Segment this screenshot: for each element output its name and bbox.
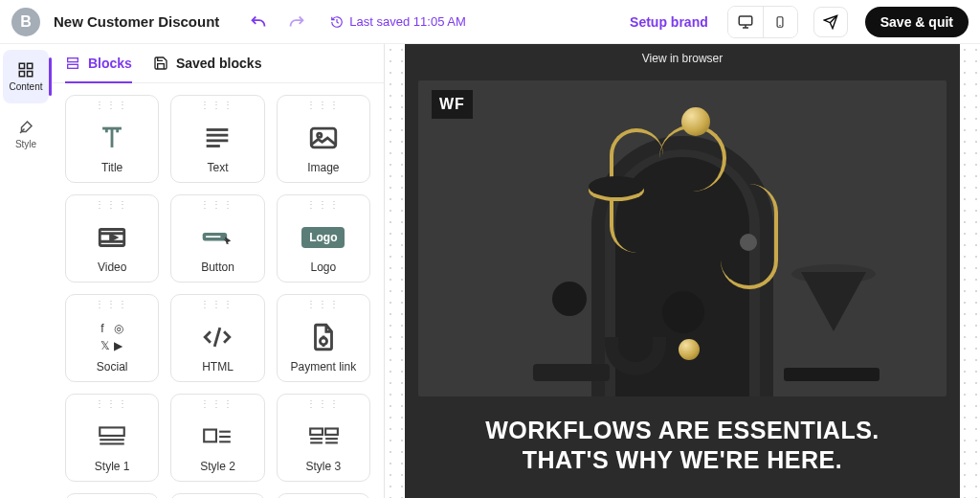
view-in-browser-link[interactable]: View in browser <box>405 44 960 73</box>
tab-saved-blocks-label: Saved blocks <box>176 56 262 71</box>
svg-rect-5 <box>19 63 24 68</box>
youtube-icon: ▶ <box>114 339 123 352</box>
left-rail: Content Style <box>0 44 52 498</box>
rail-content-label: Content <box>9 81 42 92</box>
brand-logo: WF <box>432 90 473 119</box>
email-headline[interactable]: WORKFLOWS ARE ESSENTIALS. THAT'S WHY WE'… <box>405 396 960 476</box>
block-label: Video <box>98 260 126 282</box>
mobile-preview-button[interactable] <box>763 7 797 37</box>
svg-line-21 <box>215 328 221 347</box>
block-logo[interactable]: ⋮⋮⋮ Logo Logo <box>277 194 370 283</box>
block-label: Title <box>101 161 122 182</box>
svg-rect-8 <box>28 72 33 77</box>
block-image[interactable]: ⋮⋮⋮ Image <box>277 95 370 183</box>
last-saved-text: Last saved 11:05 AM <box>349 14 465 29</box>
blocks-icon <box>65 56 80 71</box>
block-title[interactable]: ⋮⋮⋮ Title <box>65 95 159 183</box>
twitter-icon: 𝕏 <box>100 339 110 352</box>
block-label: Image <box>307 161 339 182</box>
svg-rect-9 <box>68 58 78 62</box>
block-button[interactable]: ⋮⋮⋮ Button <box>170 194 264 283</box>
drag-handle-icon: ⋮⋮⋮ <box>306 400 341 408</box>
headline-line-1: WORKFLOWS ARE ESSENTIALS. <box>424 416 941 445</box>
tab-blocks[interactable]: Blocks <box>65 56 132 71</box>
block-label: Style 1 <box>95 460 130 481</box>
block-more-1[interactable]: ⋮⋮⋮ <box>65 493 159 498</box>
block-label: Payment link <box>290 360 356 381</box>
payment-link-block-icon <box>307 314 340 360</box>
tab-blocks-label: Blocks <box>88 56 132 71</box>
blocks-grid: ⋮⋮⋮ Title ⋮⋮⋮ Text ⋮⋮⋮ Image ⋮⋮⋮ Video <box>52 83 384 498</box>
block-video[interactable]: ⋮⋮⋮ Video <box>65 194 159 283</box>
svg-point-22 <box>320 338 326 345</box>
svg-rect-23 <box>100 427 124 436</box>
email-preview[interactable]: View in browser WF <box>405 44 960 498</box>
drag-handle-icon: ⋮⋮⋮ <box>95 400 129 408</box>
block-more-2[interactable]: ⋮⋮⋮ <box>170 493 264 498</box>
main-area: Content Style Blocks Saved blocks <box>0 44 980 498</box>
block-label: Button <box>201 260 234 282</box>
block-label: HTML <box>202 360 234 381</box>
save-icon <box>153 56 168 71</box>
drag-handle-icon: ⋮⋮⋮ <box>95 201 129 209</box>
svg-rect-10 <box>68 64 78 68</box>
block-label: Style 2 <box>200 460 235 481</box>
block-style-3[interactable]: ⋮⋮⋮ Style 3 <box>277 394 370 482</box>
instagram-icon: ◎ <box>114 322 123 335</box>
drag-handle-icon: ⋮⋮⋮ <box>306 201 341 209</box>
social-block-icon: f ◎ 𝕏 ▶ <box>100 314 123 360</box>
svg-rect-20 <box>207 236 221 238</box>
rail-content-tab[interactable]: Content <box>3 50 49 103</box>
block-label: Logo <box>310 260 336 282</box>
drag-handle-icon: ⋮⋮⋮ <box>95 301 129 308</box>
svg-rect-26 <box>205 430 217 442</box>
layout-2-icon <box>201 414 234 460</box>
drag-handle-icon: ⋮⋮⋮ <box>306 102 341 109</box>
svg-rect-31 <box>325 429 338 435</box>
desktop-icon <box>737 13 754 31</box>
block-payment-link[interactable]: ⋮⋮⋮ Payment link <box>277 294 370 382</box>
block-style-1[interactable]: ⋮⋮⋮ Style 1 <box>65 394 159 482</box>
brand-avatar: B <box>11 8 40 36</box>
drag-handle-icon: ⋮⋮⋮ <box>200 400 234 408</box>
hero-image-block[interactable]: WF <box>418 80 947 396</box>
block-social[interactable]: ⋮⋮⋮ f ◎ 𝕏 ▶ Social <box>65 294 159 382</box>
block-label: Text <box>207 161 228 182</box>
block-label: Social <box>97 360 128 381</box>
drag-handle-icon: ⋮⋮⋮ <box>306 301 341 308</box>
save-and-quit-button[interactable]: Save & quit <box>865 7 969 37</box>
undo-button[interactable] <box>248 11 269 33</box>
logo-block-icon: Logo <box>301 215 345 260</box>
setup-brand-link[interactable]: Setup brand <box>630 14 708 30</box>
svg-rect-0 <box>739 16 752 25</box>
editor-canvas[interactable]: View in browser WF <box>385 44 980 498</box>
desktop-preview-button[interactable] <box>728 7 763 37</box>
send-icon <box>823 14 838 30</box>
html-block-icon <box>201 314 234 360</box>
svg-rect-7 <box>19 72 24 77</box>
mobile-icon <box>773 13 787 31</box>
hero-abstract-art <box>418 80 947 396</box>
send-test-button[interactable] <box>813 7 848 37</box>
headline-line-2: THAT'S WHY WE'RE HERE. <box>424 445 941 475</box>
rail-style-tab[interactable]: Style <box>3 107 49 161</box>
svg-marker-18 <box>111 235 117 240</box>
block-style-2[interactable]: ⋮⋮⋮ Style 2 <box>170 394 264 482</box>
redo-button[interactable] <box>286 11 307 33</box>
svg-point-16 <box>317 133 321 137</box>
tab-saved-blocks[interactable]: Saved blocks <box>153 56 262 71</box>
layout-3-icon <box>307 414 340 460</box>
block-html[interactable]: ⋮⋮⋮ HTML <box>170 294 264 382</box>
video-block-icon <box>96 215 128 260</box>
block-text[interactable]: ⋮⋮⋮ Text <box>170 95 264 183</box>
block-more-3[interactable]: ⋮⋮⋮ <box>277 493 370 498</box>
blocks-panel: Blocks Saved blocks ⋮⋮⋮ Title ⋮⋮⋮ T <box>52 44 385 498</box>
text-block-icon <box>201 115 234 161</box>
device-preview-group <box>727 6 798 38</box>
document-title: New Customer Discount <box>54 13 219 30</box>
rail-style-label: Style <box>15 139 36 149</box>
image-block-icon <box>307 115 340 161</box>
svg-rect-6 <box>28 63 33 68</box>
last-saved-indicator: Last saved 11:05 AM <box>330 14 465 29</box>
history-icon <box>330 15 344 29</box>
